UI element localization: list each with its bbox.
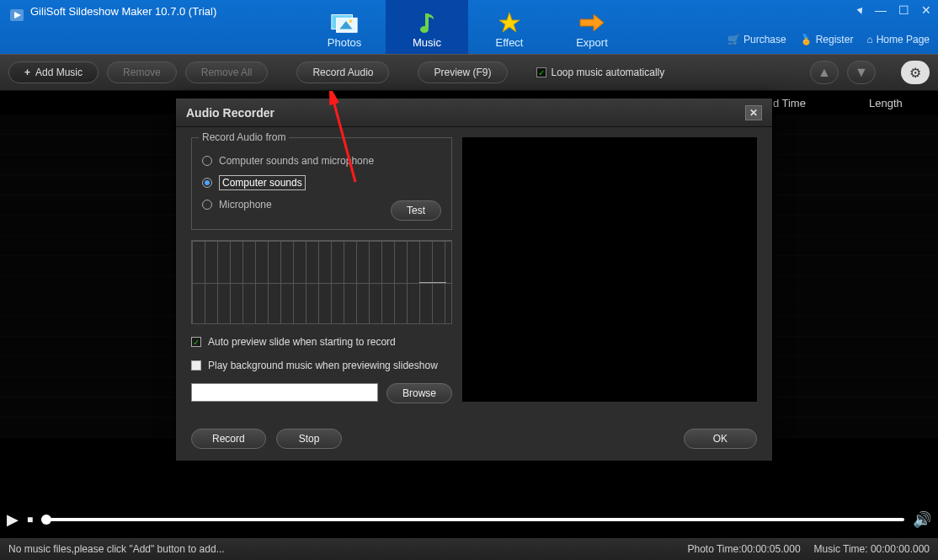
- checkbox-icon: ✓: [536, 67, 546, 77]
- link-purchase-label: Purchase: [743, 34, 786, 45]
- chk-label: Play background music when previewing sl…: [208, 360, 438, 371]
- svg-marker-7: [499, 13, 520, 32]
- photos-icon: [330, 11, 359, 35]
- waveform-display: [191, 240, 452, 324]
- group-legend: Record Audio from: [199, 131, 289, 143]
- close-icon: ✕: [749, 107, 758, 119]
- play-button[interactable]: ▶: [7, 510, 19, 529]
- statusbar: No music files,please click "Add" button…: [0, 538, 938, 560]
- stop-button[interactable]: Stop: [276, 429, 343, 449]
- photo-time-value: 00:00:05.000: [742, 543, 801, 555]
- radio-computer-sounds[interactable]: Computer sounds: [202, 175, 441, 190]
- tab-photos-label: Photos: [328, 36, 361, 49]
- preview-panel: [462, 137, 757, 402]
- move-up-button[interactable]: ▲: [810, 61, 839, 84]
- tab-music[interactable]: Music: [386, 0, 468, 54]
- preview-button[interactable]: Preview (F9): [418, 61, 507, 83]
- effect-icon: [495, 11, 524, 35]
- ok-button[interactable]: OK: [684, 429, 757, 449]
- home-icon: ⌂: [866, 34, 872, 45]
- radio-icon: [202, 178, 212, 188]
- tab-photos[interactable]: Photos: [303, 0, 386, 54]
- photo-time-label: Photo Time:: [687, 543, 741, 555]
- minimize-icon[interactable]: —: [875, 3, 887, 17]
- tab-export-label: Export: [576, 36, 608, 49]
- col-length: Length: [869, 97, 903, 109]
- app-title: GiliSoft Sildeshow Maker 10.7.0 (Trial): [30, 5, 216, 18]
- tab-effect[interactable]: Effect: [468, 0, 551, 54]
- maximize-icon[interactable]: ☐: [898, 3, 909, 17]
- music-time-label: Music Time:: [814, 543, 871, 555]
- arrow-up-icon: ▲: [818, 65, 831, 80]
- radio-icon: [202, 200, 212, 210]
- tab-effect-label: Effect: [495, 36, 523, 49]
- volume-icon: 🔊: [913, 511, 931, 528]
- export-icon: [578, 11, 606, 35]
- link-home-label: Home Page: [877, 34, 930, 45]
- toolbar: Add Music Remove Remove All Record Audio…: [0, 54, 938, 91]
- tab-music-label: Music: [413, 36, 441, 49]
- checkbox-icon: [191, 360, 201, 371]
- app-icon: [8, 7, 25, 24]
- radio-icon: [202, 156, 212, 166]
- dialog-titlebar: Audio Recorder ✕: [176, 99, 772, 127]
- svg-point-6: [420, 26, 429, 33]
- loop-checkbox[interactable]: ✓ Loop music automatically: [536, 67, 665, 78]
- browse-button[interactable]: Browse: [386, 383, 452, 403]
- music-time-value: 00:00:00.000: [871, 543, 930, 555]
- test-button[interactable]: Test: [391, 200, 441, 221]
- volume-button[interactable]: 🔊: [913, 510, 931, 529]
- top-tabs: Photos Music Effect Export: [303, 0, 633, 54]
- radio-label: Computer sounds and microphone: [219, 155, 374, 167]
- play-icon: ▶: [7, 511, 19, 528]
- music-icon: [413, 11, 441, 35]
- stop-icon: ■: [27, 514, 33, 525]
- remove-button[interactable]: Remove: [107, 61, 177, 83]
- slider-knob[interactable]: [41, 515, 51, 525]
- play-bg-music-checkbox[interactable]: Play background music when previewing sl…: [191, 360, 452, 371]
- checkbox-icon: ✓: [191, 337, 201, 347]
- link-home[interactable]: ⌂Home Page: [866, 34, 930, 45]
- remove-all-button[interactable]: Remove All: [185, 61, 269, 83]
- status-message: No music files,please click "Add" button…: [8, 543, 225, 555]
- tab-export[interactable]: Export: [551, 0, 633, 54]
- chk-label: Auto preview slide when starting to reco…: [208, 336, 396, 348]
- auto-preview-checkbox[interactable]: ✓ Auto preview slide when starting to re…: [191, 336, 452, 348]
- record-from-group: Record Audio from Computer sounds and mi…: [191, 137, 452, 230]
- pin-icon[interactable]: ▾: [855, 3, 865, 17]
- photo-time: Photo Time:00:00:05.000: [687, 543, 800, 555]
- seek-slider[interactable]: [41, 518, 904, 521]
- move-down-button[interactable]: ▼: [847, 61, 876, 84]
- link-register-label: Register: [816, 34, 854, 45]
- gear-icon: ⚙: [909, 65, 921, 81]
- titlebar: GiliSoft Sildeshow Maker 10.7.0 (Trial) …: [0, 0, 938, 54]
- link-purchase[interactable]: 🛒Purchase: [727, 34, 786, 45]
- col-endtime: End Time: [759, 97, 869, 109]
- output-path-input[interactable]: [191, 383, 378, 402]
- cart-icon: 🛒: [727, 34, 740, 45]
- svg-point-5: [349, 19, 353, 23]
- radio-label: Computer sounds: [219, 175, 306, 190]
- close-icon[interactable]: ✕: [921, 3, 931, 17]
- audio-recorder-dialog: Audio Recorder ✕ Record Audio from Compu…: [175, 98, 773, 461]
- dialog-title: Audio Recorder: [186, 106, 274, 120]
- record-audio-button[interactable]: Record Audio: [296, 61, 389, 83]
- settings-button[interactable]: ⚙: [901, 61, 930, 84]
- dialog-close-button[interactable]: ✕: [745, 105, 762, 120]
- medal-icon: 🏅: [800, 34, 813, 45]
- arrow-down-icon: ▼: [855, 65, 868, 80]
- music-time: Music Time: 00:00:00.000: [814, 543, 930, 555]
- link-register[interactable]: 🏅Register: [800, 34, 854, 45]
- stop-playback-button[interactable]: ■: [27, 514, 33, 525]
- loop-label: Loop music automatically: [552, 67, 665, 78]
- radio-computer-and-mic[interactable]: Computer sounds and microphone: [202, 155, 441, 167]
- add-music-button[interactable]: Add Music: [8, 61, 99, 83]
- radio-label: Microphone: [219, 199, 272, 211]
- record-button[interactable]: Record: [191, 429, 266, 449]
- player-controls: ▶ ■ 🔊: [0, 501, 938, 538]
